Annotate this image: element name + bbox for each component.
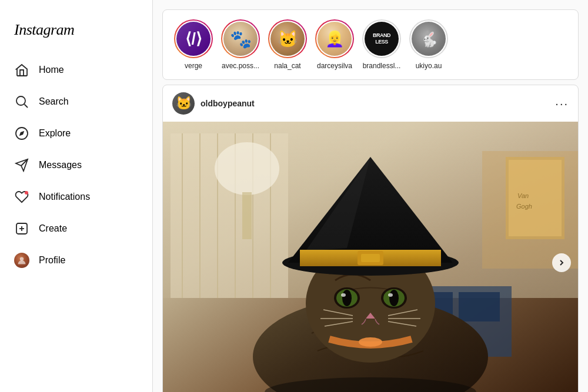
post-image: Van Gogh (163, 122, 578, 392)
sidebar-item-create[interactable]: Create (7, 214, 145, 243)
sidebar-item-notifications[interactable]: Notifications (7, 182, 145, 212)
post-avatar[interactable]: 🐱 (172, 92, 195, 115)
svg-point-56 (359, 337, 382, 347)
story-name-avec-poss: avec.poss... (222, 62, 259, 70)
svg-text:Gogh: Gogh (516, 203, 532, 210)
story-item-ukiyo-au[interactable]: 🐇 ukiyo.au (405, 19, 452, 70)
story-item-avec-poss[interactable]: 🐾 avec.poss... (217, 19, 264, 70)
story-name-brandlessl: brandlessl... (363, 62, 401, 70)
svg-point-37 (342, 290, 352, 306)
svg-rect-23 (509, 160, 562, 236)
svg-text:⟨/⟩: ⟨/⟩ (185, 30, 203, 48)
story-item-verge[interactable]: ⟨/⟩ verge (170, 19, 217, 70)
create-label: Create (39, 223, 67, 234)
create-icon (14, 221, 29, 236)
profile-label: Profile (39, 255, 65, 266)
search-icon (14, 94, 29, 109)
messages-label: Messages (39, 160, 82, 170)
post-header: 🐱 oldboypeanut ··· (163, 85, 578, 122)
home-icon (14, 62, 29, 78)
story-name-nala-cat: nala_cat (274, 62, 300, 70)
notifications-icon (14, 189, 29, 205)
svg-rect-55 (361, 254, 380, 262)
svg-point-4 (25, 191, 28, 195)
notifications-label: Notifications (39, 192, 90, 202)
home-label: Home (39, 65, 64, 75)
explore-label: Explore (39, 128, 71, 139)
sidebar-item-home[interactable]: Home (7, 55, 145, 85)
svg-point-41 (389, 290, 399, 306)
profile-icon (14, 253, 29, 268)
story-name-darceysilva: darceysilva (317, 62, 352, 70)
post-user: 🐱 oldboypeanut (172, 92, 255, 115)
svg-point-0 (16, 96, 25, 105)
sidebar-item-profile[interactable]: Profile (7, 246, 145, 275)
stories-bar: ⟨/⟩ verge 🐾 avec.poss... 🐱 nala_cat (162, 9, 579, 80)
post-container: 🐱 oldboypeanut ··· (162, 85, 579, 392)
search-label: Search (39, 96, 69, 107)
svg-marker-3 (19, 131, 24, 136)
main-content: ⟨/⟩ verge 🐾 avec.poss... 🐱 nala_cat (153, 0, 588, 392)
post-username: oldboypeanut (201, 99, 255, 108)
story-item-darceysilva[interactable]: 👱‍♀️ darceysilva (311, 19, 358, 70)
story-item-nala-cat[interactable]: 🐱 nala_cat (264, 19, 311, 70)
svg-line-1 (25, 105, 28, 108)
messages-icon (14, 158, 29, 173)
sidebar-item-search[interactable]: Search (7, 87, 145, 116)
instagram-logo[interactable]: Instagram (7, 12, 145, 55)
svg-text:Van: Van (517, 192, 529, 199)
explore-icon (14, 126, 29, 141)
sidebar-item-messages[interactable]: Messages (7, 150, 145, 180)
story-name-ukiyo-au: ukiyo.au (416, 62, 442, 70)
post-more-button[interactable]: ··· (555, 97, 569, 110)
post-next-arrow[interactable] (552, 253, 571, 272)
svg-point-38 (341, 293, 346, 297)
svg-rect-28 (459, 292, 500, 321)
sidebar: Instagram Home Search Explore (0, 0, 153, 392)
svg-point-42 (388, 293, 393, 297)
story-item-brandlessl[interactable]: BRANDLESS brandlessl... (358, 19, 405, 70)
story-name-verge: verge (185, 62, 202, 70)
svg-rect-20 (242, 192, 252, 239)
svg-point-8 (20, 257, 24, 260)
svg-point-19 (215, 142, 279, 195)
sidebar-item-explore[interactable]: Explore (7, 119, 145, 148)
